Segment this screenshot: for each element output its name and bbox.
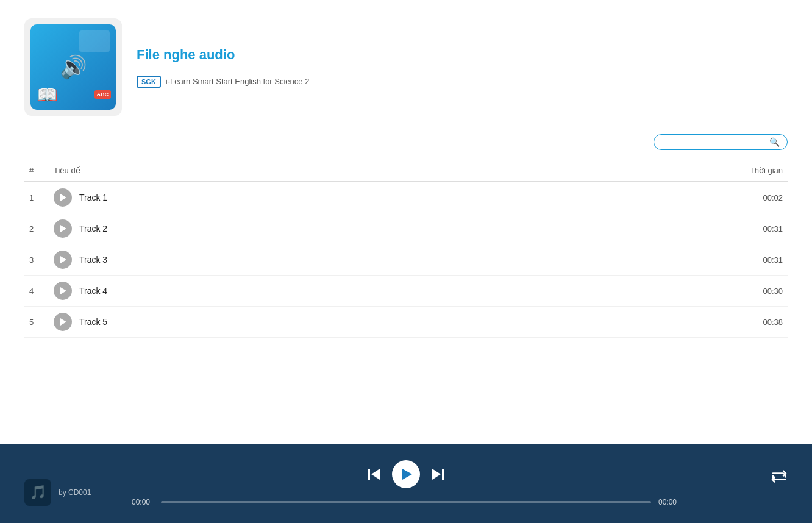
table-row: 1Track 100:02 <box>24 182 788 213</box>
album-info: File nghe audio SGK i-Learn Smart Start … <box>137 47 309 88</box>
progress-row: 00:00 00:00 <box>132 498 680 507</box>
abc-badge: ABC <box>94 90 112 99</box>
search-input[interactable] <box>661 138 769 147</box>
track-play-button[interactable] <box>54 313 72 331</box>
player-by-label: by CD001 <box>59 488 91 497</box>
track-title-cell: Track 3 <box>49 244 490 276</box>
album-art: 🔊 ABC 📖 <box>24 18 122 116</box>
col-header-number: # <box>24 162 49 182</box>
track-play-button[interactable] <box>54 251 72 269</box>
track-duration: 00:31 <box>490 244 788 276</box>
player-avatar: 🎵 <box>24 479 51 506</box>
track-duration: 00:31 <box>490 213 788 244</box>
publisher-row: SGK i-Learn Smart Start English for Scie… <box>137 76 309 88</box>
book-icon: 📖 <box>37 85 58 105</box>
next-bar <box>442 469 444 480</box>
search-row: 🔍 <box>24 134 788 150</box>
track-name-label: Track 1 <box>79 193 107 202</box>
table-row: 2Track 200:31 <box>24 213 788 244</box>
play-triangle-icon <box>60 287 66 294</box>
track-title-cell: Track 2 <box>49 213 490 244</box>
table-row: 5Track 500:38 <box>24 307 788 338</box>
track-duration: 00:30 <box>490 276 788 307</box>
next-button[interactable] <box>432 469 444 480</box>
track-title-cell: Track 4 <box>49 276 490 307</box>
track-number: 3 <box>24 244 49 276</box>
table-header-row: # Tiêu đề Thời gian <box>24 162 788 182</box>
prev-icon <box>371 469 380 480</box>
track-duration: 00:38 <box>490 307 788 338</box>
track-name-label: Track 3 <box>79 255 107 265</box>
sgk-badge: SGK <box>137 76 161 88</box>
next-icon <box>432 469 441 480</box>
speaker-icon: 🔊 <box>60 54 87 80</box>
track-play-button[interactable] <box>54 282 72 300</box>
track-duration: 00:02 <box>490 182 788 213</box>
table-row: 3Track 300:31 <box>24 244 788 276</box>
album-title: File nghe audio <box>137 47 309 63</box>
track-number: 4 <box>24 276 49 307</box>
player-controls <box>368 460 444 488</box>
track-number: 1 <box>24 182 49 213</box>
title-divider <box>137 68 307 68</box>
prev-bar <box>368 469 370 480</box>
play-triangle-icon <box>60 225 66 232</box>
col-header-time: Thời gian <box>490 162 788 182</box>
player-footer: 🎵 by CD001 00:00 00:00 <box>0 444 812 523</box>
play-triangle-icon <box>60 194 66 201</box>
track-play-button[interactable] <box>54 219 72 238</box>
search-box[interactable]: 🔍 <box>654 134 788 150</box>
publisher-name: i-Learn Smart Start English for Science … <box>166 77 310 86</box>
track-title-cell: Track 5 <box>49 307 490 338</box>
total-time: 00:00 <box>658 498 680 507</box>
track-number: 5 <box>24 307 49 338</box>
repeat-icon <box>771 470 788 483</box>
play-icon <box>402 469 412 480</box>
progress-bar[interactable] <box>161 501 651 503</box>
track-name-label: Track 4 <box>79 286 107 296</box>
col-header-title: Tiêu đề <box>49 162 490 182</box>
album-header: 🔊 ABC 📖 File nghe audio SGK i-Learn Smar… <box>24 18 788 116</box>
play-triangle-icon <box>60 318 66 326</box>
track-play-button[interactable] <box>54 188 72 207</box>
track-title-cell: Track 1 <box>49 182 490 213</box>
track-number: 2 <box>24 213 49 244</box>
search-icon: 🔍 <box>769 137 780 147</box>
track-table: # Tiêu đề Thời gian 1Track 100:022Track … <box>24 162 788 338</box>
play-pause-button[interactable] <box>392 460 420 488</box>
play-triangle-icon <box>60 256 66 263</box>
prev-button[interactable] <box>368 469 380 480</box>
track-name-label: Track 2 <box>79 224 107 233</box>
player-info: 🎵 by CD001 <box>24 479 91 506</box>
track-name-label: Track 5 <box>79 317 107 327</box>
repeat-button[interactable] <box>771 470 788 487</box>
table-row: 4Track 400:30 <box>24 276 788 307</box>
current-time: 00:00 <box>132 498 154 507</box>
